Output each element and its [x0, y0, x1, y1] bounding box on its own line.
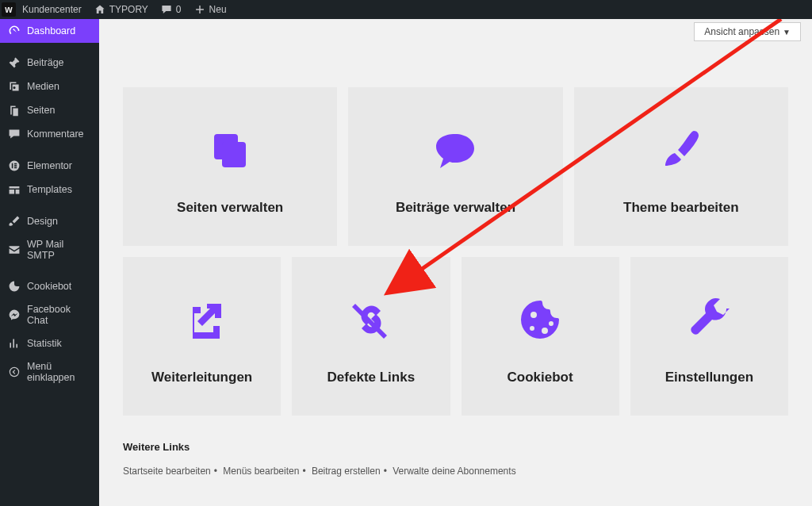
tile-seiten-verwalten[interactable]: Seiten verwalten	[123, 87, 337, 246]
copy-icon	[205, 125, 255, 175]
pin-icon	[8, 56, 21, 69]
cookie-icon	[515, 294, 565, 345]
wrench-icon	[684, 294, 734, 345]
tile-title: Cookiebot	[508, 370, 573, 385]
sidebar-label: Seiten	[27, 105, 55, 116]
sidebar-label: Kommentare	[27, 128, 84, 140]
admin-topbar: w Kundencenter TYPORY 0 Neu	[0, 0, 812, 19]
topbar-kundencenter[interactable]: Kundencenter	[16, 0, 88, 19]
main-content: Ansicht anpassen▼ Seiten verwalten Beitr…	[99, 19, 812, 506]
sidebar-label: Facebook Chat	[27, 304, 91, 326]
tile-cookiebot[interactable]: Cookiebot	[462, 257, 619, 416]
cookiebot-icon	[8, 280, 21, 293]
topbar-new[interactable]: Neu	[188, 0, 233, 19]
sidebar-item-elementor[interactable]: Elementor	[0, 154, 99, 178]
sidebar-item-wpmail[interactable]: WP Mail SMTP	[0, 233, 99, 266]
tile-defekte-links[interactable]: Defekte Links	[292, 257, 450, 416]
paintbrush-icon	[656, 125, 707, 175]
home-icon	[94, 4, 105, 15]
sidebar-item-collapse[interactable]: Menü einklappen	[0, 355, 99, 389]
sidebar-label: Templates	[27, 184, 72, 195]
sidebar-label: Beiträge	[27, 57, 64, 68]
sidebar-item-cookiebot[interactable]: Cookiebot	[0, 274, 99, 298]
tile-einstellungen[interactable]: Einstellungen	[630, 257, 788, 416]
further-link[interactable]: Startseite bearbeiten	[123, 466, 211, 477]
svg-rect-3	[14, 165, 17, 167]
svg-rect-2	[14, 163, 17, 165]
sidebar-label: Dashboard	[27, 25, 75, 36]
topbar-site[interactable]: TYPORY	[88, 0, 155, 19]
collapse-icon	[8, 366, 21, 378]
brush-icon	[8, 215, 21, 228]
stats-icon	[8, 337, 21, 350]
further-links-section: Weitere Links Startseite bearbeiten• Men…	[99, 416, 812, 477]
unlink-icon	[346, 294, 396, 345]
tile-title: Theme bearbeiten	[623, 200, 739, 216]
topbar-comments[interactable]: 0	[155, 0, 188, 19]
sidebar-item-design[interactable]: Design	[0, 209, 99, 233]
site-logo-icon[interactable]: w	[2, 2, 16, 17]
further-links: Startseite bearbeiten• Menüs bearbeiten•…	[123, 466, 788, 477]
media-icon	[8, 80, 21, 93]
tile-weiterleitungen[interactable]: Weiterleitungen	[123, 257, 281, 416]
tile-title: Beiträge verwalten	[396, 200, 515, 216]
screen-options-button[interactable]: Ansicht anpassen▼	[694, 22, 801, 41]
svg-point-5	[10, 367, 18, 376]
comment-icon	[8, 128, 21, 140]
further-link[interactable]: Beitrag erstellen	[312, 466, 381, 477]
sidebar-label: WP Mail SMTP	[27, 239, 91, 261]
further-link[interactable]: Verwalte deine Abonnements	[393, 466, 515, 477]
external-link-icon	[177, 294, 228, 345]
tile-title: Defekte Links	[327, 370, 416, 385]
sidebar-item-facebook[interactable]: Facebook Chat	[0, 298, 99, 332]
sidebar-item-templates[interactable]: Templates	[0, 178, 99, 201]
sidebar-label: Statistik	[27, 338, 62, 349]
comment-icon	[161, 4, 172, 15]
sidebar-item-seiten[interactable]: Seiten	[0, 98, 99, 122]
sidebar-item-kommentare[interactable]: Kommentare	[0, 122, 99, 146]
sidebar-item-statistik[interactable]: Statistik	[0, 332, 99, 355]
svg-rect-7	[222, 142, 246, 167]
svg-rect-1	[12, 163, 13, 168]
dashboard-tiles-row-2: Weiterleitungen Defekte Links Cookiebot …	[99, 246, 812, 416]
sidebar-item-medien[interactable]: Medien	[0, 75, 99, 98]
tile-title: Seiten verwalten	[177, 200, 283, 216]
mail-icon	[8, 243, 21, 256]
pages-icon	[8, 104, 21, 117]
plus-icon	[194, 4, 205, 15]
caret-down-icon: ▼	[783, 28, 791, 36]
svg-rect-4	[14, 167, 17, 169]
sidebar-label: Medien	[27, 81, 59, 92]
sidebar-label: Cookiebot	[27, 281, 71, 292]
elementor-icon	[8, 159, 21, 172]
sidebar-label: Design	[27, 216, 58, 227]
further-heading: Weitere Links	[123, 441, 788, 453]
admin-sidebar: Dashboard Beiträge Medien Seiten Komment…	[0, 19, 99, 506]
dashboard-icon	[8, 25, 21, 37]
sidebar-label: Elementor	[27, 160, 72, 171]
speech-icon	[430, 125, 481, 175]
messenger-icon	[8, 309, 21, 321]
sidebar-item-dashboard[interactable]: Dashboard	[0, 19, 99, 43]
sidebar-label: Menü einklappen	[27, 361, 91, 383]
further-link[interactable]: Menüs bearbeiten	[223, 466, 299, 477]
tile-theme-bearbeiten[interactable]: Theme bearbeiten	[574, 87, 788, 246]
templates-icon	[8, 183, 21, 196]
sidebar-item-beitraege[interactable]: Beiträge	[0, 51, 99, 75]
tile-title: Einstellungen	[665, 370, 753, 385]
tile-beitraege-verwalten[interactable]: Beiträge verwalten	[348, 87, 562, 246]
tile-title: Weiterleitungen	[151, 370, 252, 385]
dashboard-tiles-row-1: Seiten verwalten Beiträge verwalten Them…	[99, 19, 812, 246]
